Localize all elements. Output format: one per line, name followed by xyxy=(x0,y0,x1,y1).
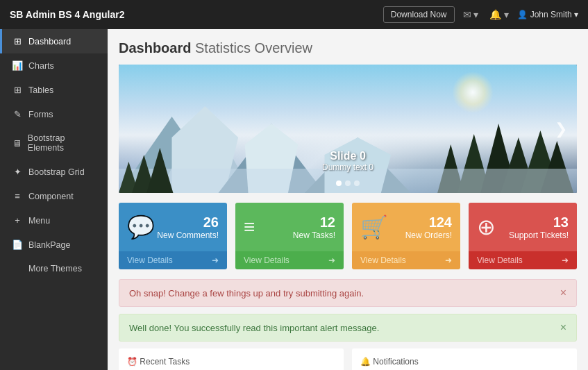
sidebar-item-more-themes[interactable]: More Themes xyxy=(0,257,108,280)
alert-success-message: Well done! You successfully read this im… xyxy=(129,323,379,333)
stat-card-comments: 💬 26 New Comments! View Details ➜ xyxy=(119,203,227,269)
sidebar-item-menu[interactable]: + Menu xyxy=(0,208,108,233)
page-title: Dashboard Statistics Overview xyxy=(119,40,577,56)
stat-card-comments-info: 26 New Comments! xyxy=(157,215,219,240)
orders-label: New Orders! xyxy=(405,230,452,240)
carousel-dots xyxy=(336,180,360,186)
carousel-dot-2[interactable] xyxy=(354,180,360,186)
recent-tasks-card: ⏰ Recent Tasks xyxy=(119,348,344,370)
stat-card-tickets: ⊕ 13 Support Tickets! View Details ➜ xyxy=(469,203,577,269)
sidebar-item-tables[interactable]: ⊞ Tables xyxy=(0,78,108,102)
comments-icon: 💬 xyxy=(127,214,155,240)
stat-cards: 💬 26 New Comments! View Details ➜ ≡ 12 xyxy=(119,203,577,269)
dashboard-icon: ⊞ xyxy=(12,36,23,47)
sidebar: ⊞ Dashboard 📊 Charts ⊞ Tables ✎ Forms 🖥 … xyxy=(0,29,108,370)
tasks-view-details[interactable]: View Details ➜ xyxy=(235,251,344,269)
blankpage-icon: 📄 xyxy=(12,239,23,250)
mail-icon[interactable]: ✉ ▾ xyxy=(460,9,482,20)
notifications-icon: 🔔 xyxy=(360,357,371,367)
recent-tasks-icon: ⏰ xyxy=(127,357,137,367)
sidebar-item-component[interactable]: ≡ Component xyxy=(0,184,108,208)
component-icon: ≡ xyxy=(12,191,23,201)
stat-card-comments-top: 💬 26 New Comments! xyxy=(119,203,227,251)
comments-label: New Comments! xyxy=(157,230,219,240)
sidebar-item-forms[interactable]: ✎ Forms xyxy=(0,102,108,126)
alert-success-close[interactable]: × xyxy=(560,321,566,334)
comments-count: 26 xyxy=(157,215,219,230)
carousel-dot-0[interactable] xyxy=(336,180,342,186)
alert-success: Well done! You successfully read this im… xyxy=(119,314,577,342)
arrow-right-icon: ➜ xyxy=(212,255,219,265)
download-button[interactable]: Download Now xyxy=(383,6,455,23)
slide-title: Slide 0 xyxy=(322,150,373,162)
alert-danger: Oh snap! Change a few things up and try … xyxy=(119,279,577,307)
comments-view-details[interactable]: View Details ➜ xyxy=(119,251,227,269)
stat-card-tasks-info: 12 New Tasks! xyxy=(293,215,335,240)
topnav: SB Admin BS 4 Angular2 Download Now ✉ ▾ … xyxy=(0,0,588,29)
stat-card-tickets-top: ⊕ 13 Support Tickets! xyxy=(469,203,577,251)
arrow-right-icon: ➜ xyxy=(445,255,452,265)
sidebar-item-charts[interactable]: 📊 Charts xyxy=(0,53,108,78)
slide-subtitle: Dummy text 0 xyxy=(322,162,373,172)
bottom-row: ⏰ Recent Tasks 🔔 Notifications xyxy=(119,348,577,370)
orders-icon: 🛒 xyxy=(360,214,388,240)
sidebar-item-bootstrap-elements[interactable]: 🖥 Bootstrap Elements xyxy=(0,126,108,160)
notifications-card: 🔔 Notifications xyxy=(352,348,577,370)
tickets-icon: ⊕ xyxy=(477,214,496,240)
main-content: Dashboard Statistics Overview xyxy=(108,29,588,370)
tickets-view-details[interactable]: View Details ➜ xyxy=(469,251,577,269)
tables-icon: ⊞ xyxy=(12,85,23,95)
carousel: Slide 0 Dummy text 0 ❯ xyxy=(119,65,577,193)
alert-danger-message: Oh snap! Change a few things up and try … xyxy=(129,288,364,298)
bootstrap-grid-icon: ✦ xyxy=(12,167,23,177)
stat-card-tasks: ≡ 12 New Tasks! View Details ➜ xyxy=(235,203,344,269)
tickets-count: 13 xyxy=(509,215,569,230)
tasks-label: New Tasks! xyxy=(293,230,335,240)
brand-title: SB Admin BS 4 Angular2 xyxy=(10,9,124,20)
forms-icon: ✎ xyxy=(12,109,23,119)
bootstrap-elements-icon: 🖥 xyxy=(12,138,22,149)
sidebar-item-dashboard[interactable]: ⊞ Dashboard xyxy=(0,29,108,53)
stat-card-orders: 🛒 124 New Orders! View Details ➜ xyxy=(352,203,460,269)
carousel-dot-1[interactable] xyxy=(345,180,351,186)
topnav-right: Download Now ✉ ▾ 🔔 ▾ 👤 John Smith ▾ xyxy=(383,6,578,23)
carousel-next-button[interactable]: ❯ xyxy=(551,116,571,142)
carousel-caption: Slide 0 Dummy text 0 xyxy=(322,150,373,172)
arrow-right-icon: ➜ xyxy=(328,255,335,265)
alert-danger-close[interactable]: × xyxy=(560,287,566,299)
main-layout: ⊞ Dashboard 📊 Charts ⊞ Tables ✎ Forms 🖥 … xyxy=(0,29,588,370)
bell-icon[interactable]: 🔔 ▾ xyxy=(487,9,512,20)
arrow-right-icon: ➜ xyxy=(562,255,569,265)
orders-view-details[interactable]: View Details ➜ xyxy=(352,251,460,269)
orders-count: 124 xyxy=(405,215,452,230)
stat-card-orders-info: 124 New Orders! xyxy=(405,215,452,240)
tasks-count: 12 xyxy=(293,215,335,230)
sidebar-item-bootstrap-grid[interactable]: ✦ Bootstrap Grid xyxy=(0,160,108,184)
stat-card-tasks-top: ≡ 12 New Tasks! xyxy=(235,203,344,251)
mountain-svg xyxy=(119,103,577,193)
tasks-icon: ≡ xyxy=(244,216,255,238)
charts-icon: 📊 xyxy=(12,60,23,71)
stat-card-orders-top: 🛒 124 New Orders! xyxy=(352,203,460,251)
user-menu[interactable]: 👤 John Smith ▾ xyxy=(517,10,578,19)
menu-icon: + xyxy=(12,215,23,226)
stat-card-tickets-info: 13 Support Tickets! xyxy=(509,215,569,240)
sidebar-item-blankpage[interactable]: 📄 BlankPage xyxy=(0,233,108,257)
tickets-label: Support Tickets! xyxy=(509,230,569,240)
